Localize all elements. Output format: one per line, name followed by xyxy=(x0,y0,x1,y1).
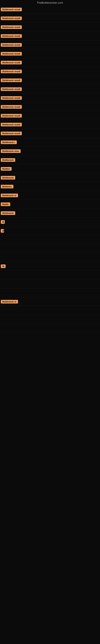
bottleneck-result-badge[interactable]: B xyxy=(1,229,4,233)
list-item xyxy=(0,306,100,315)
list-item: Bottleneck result xyxy=(0,14,100,23)
bottleneck-result-badge[interactable]: Bottleneck result xyxy=(1,96,22,100)
bottleneck-result-badge[interactable]: Bottleneck xyxy=(1,158,15,162)
list-item: Bottleneck result xyxy=(0,111,100,120)
bottleneck-result-badge[interactable]: Bottenec xyxy=(1,185,13,188)
list-item: Bo xyxy=(0,262,100,271)
bottleneck-result-badge[interactable]: Bottleneck result xyxy=(1,61,22,64)
list-item: Bottleneck result xyxy=(0,129,100,138)
list-item xyxy=(0,235,100,244)
list-item: Bottleneck result xyxy=(0,32,100,40)
bottleneck-result-badge[interactable]: Bottleneck re xyxy=(1,194,18,197)
bottleneck-result-badge[interactable]: Bottleneck result xyxy=(1,132,22,135)
list-item: Bottleneck result xyxy=(0,94,100,102)
list-item: Bottleneck result xyxy=(0,85,100,94)
list-item xyxy=(0,280,100,288)
bottleneck-result-badge[interactable]: Bottleneck xyxy=(1,176,15,180)
list-item xyxy=(0,271,100,280)
list-item xyxy=(0,244,100,253)
bottleneck-result-badge[interactable]: Bottlen xyxy=(1,167,12,171)
list-item: Bottleneck r xyxy=(0,138,100,147)
list-item xyxy=(0,315,100,324)
list-item: Bottleneck result xyxy=(0,102,100,111)
list-item: Bottleneck re xyxy=(0,297,100,306)
bottleneck-result-badge[interactable]: Bottleneck result xyxy=(1,8,22,11)
list-item: Bottleneck result xyxy=(0,40,100,49)
header: TheBottlenecker.com xyxy=(0,0,100,5)
bottleneck-result-badge[interactable]: Bottleneck result xyxy=(1,16,22,20)
bottleneck-result-badge[interactable]: Bottleneck result xyxy=(1,34,22,38)
bottleneck-result-badge[interactable]: Bottleneck result xyxy=(1,43,22,47)
list-item xyxy=(0,324,100,333)
list-item: Bottleneck result xyxy=(0,23,100,32)
bottleneck-result-badge[interactable]: Bottleneck xyxy=(1,211,15,215)
bottleneck-result-badge[interactable]: Bottleneck result xyxy=(1,114,22,118)
list-item: Bottleneck resu xyxy=(0,147,100,156)
list-item: Bottenec xyxy=(0,182,100,191)
list-item: Bottleneck xyxy=(0,209,100,218)
list-item: Bottle xyxy=(0,200,100,209)
bottleneck-result-badge[interactable]: Bottleneck result xyxy=(1,78,22,82)
list-item: Bottleneck xyxy=(0,173,100,182)
bottleneck-result-badge[interactable]: Bottleneck result xyxy=(1,52,22,56)
bottleneck-result-badge[interactable]: Bottleneck resu xyxy=(1,149,21,153)
list-item: Bottleneck result xyxy=(0,49,100,58)
bottleneck-result-badge[interactable]: Bottle xyxy=(1,202,10,206)
list-item: Bottleneck result xyxy=(0,76,100,85)
list-item: Bottleneck result xyxy=(0,5,100,14)
list-item: Bottleneck re xyxy=(0,191,100,200)
list-item: B xyxy=(0,226,100,235)
bottleneck-result-badge[interactable]: Bottleneck r xyxy=(1,140,17,144)
list-item: Bottleneck result xyxy=(0,58,100,67)
list-item: Bottleneck result xyxy=(0,67,100,76)
list-item: Bottlen xyxy=(0,164,100,173)
list-item: Bottleneck result xyxy=(0,120,100,129)
list-item: B xyxy=(0,218,100,226)
bottleneck-result-badge[interactable]: Bottleneck result xyxy=(1,123,22,126)
list-item xyxy=(0,253,100,262)
list-item: Bottleneck xyxy=(0,156,100,164)
bottleneck-result-badge[interactable]: Bottleneck result xyxy=(1,87,22,91)
bottleneck-result-badge[interactable]: Bottleneck result xyxy=(1,25,22,29)
bottleneck-result-badge[interactable]: Bottleneck re xyxy=(1,300,18,304)
bottleneck-result-badge[interactable]: Bottleneck result xyxy=(1,70,22,73)
bottleneck-result-badge[interactable]: Bo xyxy=(1,264,6,268)
list-item xyxy=(0,288,100,297)
bottleneck-result-badge[interactable]: B xyxy=(1,220,5,224)
bottleneck-result-badge[interactable]: Bottleneck result xyxy=(1,105,22,109)
site-title: TheBottlenecker.com xyxy=(37,1,63,4)
